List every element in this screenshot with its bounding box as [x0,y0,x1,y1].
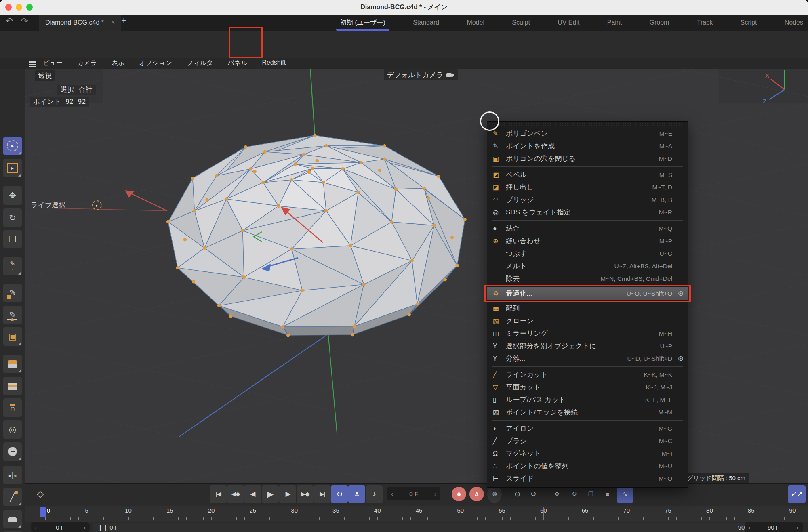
camera-label[interactable]: デフォルトカメラ [384,69,458,80]
autokey-button[interactable]: A [469,487,484,501]
rotate-tool[interactable]: ↻ [3,208,22,227]
move-tool[interactable]: ✥ [3,186,22,205]
close-polygon-hole-tool[interactable]: ▣ [3,327,22,346]
play-button[interactable]: ▶ [262,485,279,503]
menu-item-11[interactable]: つぶすU~C [487,247,688,260]
menu-item-0[interactable]: ✎ポリゴンペンM~E [487,127,688,140]
vmenu-options[interactable]: オプション [139,59,172,67]
menu-item-12[interactable]: メルトU~Z, Alt+BS, Alt+Del [487,260,688,272]
layout-tab-track[interactable]: Track [695,15,714,30]
spline-pen-tool[interactable]: ✎⌣ [3,257,22,275]
autokey-overlay-button[interactable]: A [348,485,365,503]
prev-frame-button[interactable]: ◀| [244,485,261,503]
menu-item-28[interactable]: ΩマグネットM~I [487,447,688,460]
layout-tab-standard[interactable]: Standard [411,15,441,30]
menu-item-9[interactable]: ●結合M~Q [487,222,688,235]
goto-start-button[interactable]: |◀ [210,485,227,503]
rectangle-selection-tool[interactable]: ▸ [3,159,22,177]
knife-tool[interactable]: ╱ [3,488,22,506]
keyframe-diamond-icon[interactable]: ◇ [32,485,48,503]
iron-tool[interactable] [3,510,22,528]
goto-end-button[interactable]: ▶| [314,485,331,503]
close-tab-icon[interactable]: × [111,19,115,26]
layout-tab-default[interactable]: 初期 (ユーザー) [339,15,387,31]
menu-item-gear-icon[interactable]: ⊛ [672,354,684,363]
menu-item-2[interactable]: ▣ポリゴンの穴を閉じるM~D [487,152,688,165]
viewport[interactable]: 透視 選択 合計 ポイント 92 92 デフォルトカメラ ライブ選択 ▸ グリッ… [25,69,808,483]
layout-tab-paint[interactable]: Paint [606,15,623,30]
menu-item-30[interactable]: ⊢スライドM~O [487,472,688,485]
menu-item-14[interactable]: ♻最適化...U~O, U~Shift+O⊛ [487,287,688,300]
menu-item-1[interactable]: ✎ポイントを作成M~A [487,140,688,152]
layout-tab-groom[interactable]: Groom [648,15,671,30]
layout-tab-uvedit[interactable]: UV Edit [556,15,581,30]
menu-item-26[interactable]: ◗アイロンM~G [487,422,688,435]
menu-item-6[interactable]: ◠ブリッジM~B, B [487,193,688,206]
menu-item-16[interactable]: ▧クローン [487,315,688,327]
menu-item-22[interactable]: ▽平面カットK~J, M~J [487,381,688,393]
playhead[interactable] [40,507,46,517]
menu-drag-handle[interactable] [489,123,686,126]
menu-item-10[interactable]: ⊕縫い合わせM~P [487,235,688,247]
new-tab-button[interactable]: + [121,15,126,26]
vmenu-filter[interactable]: フィルタ [187,59,213,67]
viewport-hamburger-icon[interactable] [29,60,36,68]
menu-item-23[interactable]: ▯ループ/パス カットK~L, M~L [487,393,688,406]
range-start-field[interactable]: ‹0 F› [31,522,90,532]
view-label[interactable]: 透視 [35,70,55,81]
extrude-tool[interactable] [3,377,22,395]
layout-tab-model[interactable]: Model [465,15,486,30]
weld-tool[interactable] [3,442,22,461]
scale-tool[interactable]: ❒ [3,230,22,248]
next-key-button[interactable]: ▶◆ [297,485,314,503]
bridge-tool[interactable]: ∩ [3,398,22,417]
menu-item-27[interactable]: ╱ブラシM~C [487,435,688,447]
vmenu-display[interactable]: 表示 [112,59,124,67]
layout-tab-script[interactable]: Script [739,15,759,30]
key-rotation-toggle[interactable]: ↻ [566,485,582,503]
key-filter-button[interactable]: ∿ [617,485,633,503]
sds-weight-tool[interactable]: ◎ [3,420,22,439]
sound-button[interactable]: ♪ [366,485,383,503]
timeline-ruler[interactable]: 051015202530354045505560657075808590 [25,506,808,522]
range-marker-in[interactable]: ❙❙ 0 F [98,524,118,531]
layout-tab-nodes[interactable]: Nodes [783,15,805,30]
keying-settings-button[interactable]: ⊛ [487,485,502,503]
next-frame-button[interactable]: |▶ [279,485,296,503]
range-end-field[interactable]: ‹90 F› [745,522,803,532]
range-bar[interactable]: ❙❙ 0 F 90 F ❙❙ [93,523,767,532]
menu-item-13[interactable]: 除去M~N, Cmd+BS, Cmd+Del [487,272,688,285]
loop-mode-button[interactable]: ↻ [331,485,348,503]
mirror-tool[interactable]: ▸|◂ [3,466,22,484]
record-keyframe-button[interactable]: ◆ [452,487,466,501]
frame-increment-icon[interactable]: › [434,490,436,497]
vmenu-panel[interactable]: パネル [227,59,247,67]
fcurve-timeline-button[interactable]: ↙↗ [788,485,806,503]
menu-item-5[interactable]: ◪押し出しM~T, D [487,181,688,193]
prev-key-button[interactable]: ◀◆ [227,485,244,503]
key-scale-toggle[interactable]: ❒ [583,485,598,503]
menu-item-24[interactable]: ▨ポイント/エッジを接続M~M [487,406,688,418]
menu-item-4[interactable]: ◩ベベルM~S [487,168,688,181]
layout-tab-sculpt[interactable]: Sculpt [510,15,531,30]
menu-item-18[interactable]: Υ選択部分を別オブジェクトにU~P [487,340,688,352]
frame-decrement-icon[interactable]: ‹ [391,490,393,497]
key-position-toggle[interactable]: ✥ [549,485,564,503]
create-point-tool[interactable]: ✎ [3,306,22,324]
menu-item-29[interactable]: ∴ポイントの値を整列M~U [487,460,688,472]
menu-item-21[interactable]: ╱ラインカットK~K, M~K [487,368,688,381]
document-tab[interactable]: Diamond-BCG.c4d * × [39,15,121,31]
vmenu-redshift[interactable]: Redshift [262,59,286,67]
vmenu-camera[interactable]: カメラ [77,59,97,67]
key-parameter-toggle[interactable]: ≡ [600,485,615,503]
mouse-record-icon[interactable]: ⊙ [510,485,524,503]
rotation-record-icon[interactable]: ↺ [526,485,541,503]
menu-item-gear-icon[interactable]: ⊛ [672,289,684,298]
live-selection-tool[interactable]: ▸ [3,137,22,155]
current-frame-field[interactable]: ‹ 0 F › [387,487,440,500]
vmenu-view[interactable]: ビュー [43,59,63,67]
bevel-tool[interactable] [3,355,22,373]
menu-item-15[interactable]: ▦配列 [487,302,688,315]
menu-item-7[interactable]: ◎SDS をウェイト指定M~R [487,206,688,219]
menu-item-19[interactable]: Υ分離...U~D, U~Shift+D⊛ [487,352,688,365]
